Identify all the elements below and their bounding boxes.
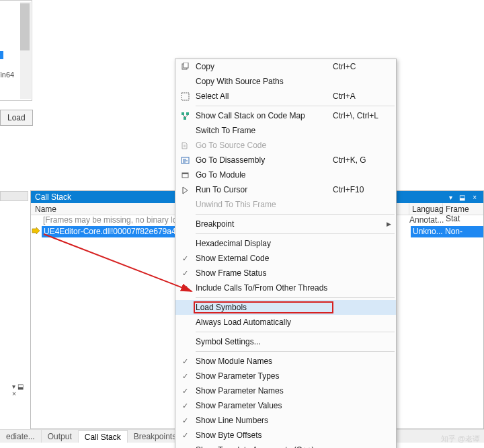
menu-item-label: Go To Source Code: [194, 141, 333, 150]
svg-line-6: [183, 115, 185, 117]
callstack-context-menu: CopyCtrl+CCopy With Source PathsSelect A…: [175, 59, 397, 448]
menu-item-load-symbols[interactable]: Load Symbols: [175, 300, 396, 315]
blank-icon: [175, 357, 194, 366]
svg-rect-2: [182, 93, 189, 100]
current-frame-icon: [31, 226, 42, 237]
disasm-icon: [175, 156, 194, 165]
frame-status: Non-use...: [443, 226, 483, 237]
menu-item-go-to-source-code: Go To Source Code: [175, 138, 396, 153]
locals-thumbnail-panel: [0, 0, 32, 101]
blank-icon: [175, 446, 194, 449]
callstack-window-controls[interactable]: ▾ ⬓ ×: [449, 194, 479, 201]
menu-item-label: Show Parameter Names: [194, 386, 333, 396]
menu-item-label: Unwind To This Frame: [194, 200, 333, 209]
menu-item-always-load-automatically[interactable]: Always Load Automatically: [175, 315, 396, 330]
menu-item-show-line-numbers[interactable]: Show Line Numbers: [175, 413, 396, 428]
menu-item-label: Run To Cursor: [194, 185, 333, 194]
scrollbar-thumb[interactable]: [20, 3, 30, 50]
menu-item-unwind-to-this-frame: Unwind To This Frame: [175, 197, 396, 212]
cursor-icon: [175, 186, 194, 194]
menu-item-run-to-cursor[interactable]: Run To CursorCtrl+F10: [175, 182, 396, 197]
col-language[interactable]: Languag: [409, 203, 443, 215]
menu-separator: [196, 297, 395, 298]
blank-icon: [175, 431, 194, 440]
menu-item-shortcut: Ctrl+A: [333, 91, 387, 101]
menu-item-label: Show Module Names: [194, 357, 333, 366]
map-icon: [175, 112, 194, 120]
menu-item-include-calls-to-from-other-threads[interactable]: Include Calls To/From Other Threads: [175, 281, 396, 295]
menu-item-select-all[interactable]: Select AllCtrl+A: [175, 89, 396, 104]
menu-item-label: Always Load Automatically: [194, 318, 333, 327]
callstack-title: Call Stack: [35, 192, 71, 202]
copy-icon: [175, 63, 194, 71]
tab-call-stack[interactable]: Call Stack: [79, 430, 128, 443]
menu-item-breakpoint[interactable]: Breakpoint▶: [175, 217, 396, 231]
menu-item-go-to-module[interactable]: Go To Module: [175, 167, 396, 182]
module-icon: [175, 171, 194, 180]
menu-item-copy[interactable]: CopyCtrl+C: [175, 59, 396, 74]
load-button[interactable]: Load: [0, 110, 33, 126]
menu-item-switch-to-frame[interactable]: Switch To Frame: [175, 123, 396, 138]
menu-item-label: Show Line Numbers: [194, 416, 333, 425]
svg-rect-4: [186, 112, 189, 115]
blank-icon: [175, 269, 194, 278]
svg-rect-3: [182, 112, 184, 115]
thumbnail-text: Win64: [0, 71, 14, 79]
svg-line-7: [186, 115, 188, 117]
blank-icon: [175, 372, 194, 381]
menu-item-show-parameter-names[interactable]: Show Parameter Names: [175, 383, 396, 398]
blank-icon: [175, 416, 194, 425]
menu-item-label: Breakpoint: [194, 219, 333, 229]
dock-stub-controls[interactable]: ▾ ⬓ ×: [12, 383, 28, 398]
tab-ediate[interactable]: ediate...: [0, 430, 42, 443]
menu-item-label: Select All: [194, 91, 333, 101]
menu-item-label: Show Frame Status: [194, 268, 333, 278]
tab-output[interactable]: Output: [42, 430, 79, 443]
menu-item-label: Show Call Stack on Code Map: [194, 111, 333, 120]
menu-item-shortcut: Ctrl+\, Ctrl+L: [333, 111, 387, 120]
menu-item-show-frame-status[interactable]: Show Frame Status: [175, 266, 396, 281]
menu-item-label: Hexadecimal Display: [194, 239, 333, 248]
menu-separator: [196, 214, 395, 215]
menu-item-shortcut: Ctrl+C: [333, 62, 387, 71]
svg-rect-15: [182, 173, 188, 174]
blank-icon: [175, 387, 194, 396]
menu-item-label: Show Byte Offsets: [194, 431, 333, 440]
thumbnail-scrollbar[interactable]: [20, 2, 31, 99]
menu-item-label: Copy With Source Paths: [194, 77, 333, 86]
menu-item-shortcut: Ctrl+F10: [333, 185, 387, 194]
menu-item-show-external-code[interactable]: Show External Code: [175, 251, 396, 266]
menu-item-label: Go To Disassembly: [194, 155, 333, 165]
menu-item-label: Switch To Frame: [194, 126, 333, 135]
menu-separator: [196, 106, 395, 106]
frames-missing-status: Annotat...: [409, 215, 483, 226]
menu-item-show-template-arguments-c[interactable]: Show Template Arguments (C++): [175, 443, 396, 448]
menu-item-symbol-settings[interactable]: Symbol Settings...: [175, 334, 396, 349]
menu-item-label: Symbol Settings...: [194, 337, 333, 346]
frame-name: UE4Editor-Core.dll!00007ff82e679a48(): [42, 226, 182, 237]
thumbnail-selection: [0, 51, 3, 59]
menu-item-show-parameter-types[interactable]: Show Parameter Types: [175, 369, 396, 383]
svg-rect-5: [184, 117, 186, 120]
dock-stub[interactable]: ▾ ⬓ ×: [0, 191, 28, 201]
menu-item-label: Show Parameter Values: [194, 401, 333, 410]
menu-item-copy-with-source-paths[interactable]: Copy With Source Paths: [175, 74, 396, 89]
svg-rect-1: [184, 63, 188, 68]
menu-item-show-byte-offsets[interactable]: Show Byte Offsets: [175, 428, 396, 443]
menu-item-shortcut: Ctrl+K, G: [333, 155, 387, 165]
menu-item-label: Load Symbols: [194, 302, 333, 313]
col-framestatus[interactable]: Frame Stat: [443, 203, 483, 215]
menu-separator: [196, 332, 395, 332]
submenu-arrow-icon: ▶: [387, 221, 396, 227]
menu-item-go-to-disassembly[interactable]: Go To DisassemblyCtrl+K, G: [175, 153, 396, 167]
blank-icon: [175, 284, 194, 293]
watermark: 知乎 @老谭: [441, 434, 480, 444]
menu-separator: [196, 351, 395, 352]
menu-item-label: Show Parameter Types: [194, 371, 333, 381]
menu-item-show-parameter-values[interactable]: Show Parameter Values: [175, 398, 396, 413]
menu-item-show-call-stack-on-code-map[interactable]: Show Call Stack on Code MapCtrl+\, Ctrl+…: [175, 108, 396, 123]
blank-icon: [175, 254, 194, 263]
menu-item-label: Go To Module: [194, 170, 333, 180]
menu-item-hexadecimal-display[interactable]: Hexadecimal Display: [175, 236, 396, 251]
menu-item-show-module-names[interactable]: Show Module Names: [175, 354, 396, 369]
